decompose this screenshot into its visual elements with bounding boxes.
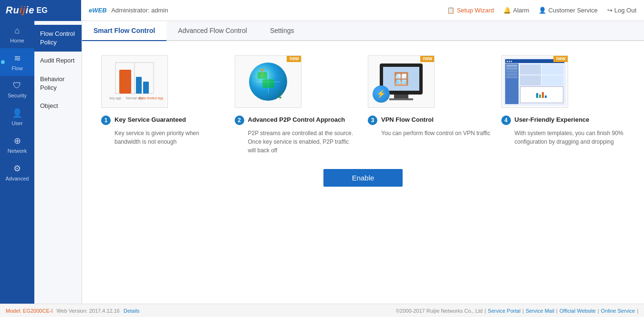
logo-text: Ruijie (6, 5, 34, 16)
feature-num-2: 2 (235, 116, 244, 125)
feature-num-3: 3 (368, 116, 377, 125)
customer-service-btn[interactable]: 👤 Customer Service (539, 7, 597, 14)
enable-button[interactable]: Enable (323, 169, 403, 187)
footer-online-service[interactable]: Online Service (601, 308, 635, 314)
sub-sidebar-item-object[interactable]: Object (34, 97, 82, 115)
footer-details-link[interactable]: Details (124, 308, 140, 314)
tab-settings[interactable]: Settings (259, 21, 306, 41)
user-icon: 👤 (12, 108, 22, 118)
home-icon: ⌂ (15, 26, 20, 36)
enable-btn-wrapper: Enable (101, 169, 625, 187)
sidebar-item-advanced[interactable]: ⚙ Advanced (0, 158, 34, 186)
monitor-screen: 🪟 (383, 67, 419, 91)
feature-desc-1: Key service is given priority when bandw… (101, 129, 225, 146)
footer-version: Web Version: 2017.4.12.16 (56, 308, 120, 314)
header: Ruijie EG eWEB Administrator: admin 📋 Se… (0, 0, 644, 21)
feature-num-4: 4 (501, 116, 511, 125)
svg-rect-3 (136, 77, 142, 94)
header-actions: 📋 Setup Wizard 🔔 Alarm 👤 Customer Servic… (447, 7, 636, 14)
feature-card-4: new ■ ■ ■ (501, 55, 625, 155)
footer-right: ©2000-2017 Ruijie Networks Co., Ltd | Se… (396, 308, 638, 314)
alarm-btn[interactable]: 🔔 Alarm (503, 7, 529, 14)
main-layout: ⌂ Home ≋ Flow 🛡 Security 👤 User ⊕ Networ… (0, 21, 644, 304)
eweb-info: eWEB Administrator: admin (89, 7, 447, 14)
monitor-stand (394, 95, 408, 98)
sidebar-item-flow[interactable]: ≋ Flow (0, 48, 34, 76)
setup-wizard-icon: 📋 (447, 7, 455, 14)
sub-sidebar-item-behavior-policy[interactable]: Behavior Policy (34, 70, 82, 97)
feature-title-1: 1 Key Service Guaranteed (101, 116, 186, 125)
footer-copyright: ©2000-2017 Ruijie Networks Co., Ltd (396, 308, 483, 314)
footer-official-website[interactable]: Official Website (560, 308, 596, 314)
sub-sidebar: Flow Control Policy Audit Report Behavio… (34, 21, 82, 304)
content-area: Smart Flow Control Advanced Flow Control… (82, 21, 644, 304)
feature-desc-3: You can perform flow control on VPN traf… (368, 129, 490, 137)
new-badge-3: new (420, 55, 435, 62)
card-image-1: Normal app key app Rate-limited App (101, 55, 168, 108)
tab-smart-flow[interactable]: Smart Flow Control (82, 21, 166, 41)
logout-icon: ↪ (607, 7, 613, 14)
flow-icon: ≋ (14, 53, 21, 63)
vpn-globe: ⚡ (373, 85, 390, 103)
sub-sidebar-item-audit-report[interactable]: Audit Report (34, 52, 82, 70)
advanced-icon: ⚙ (13, 163, 21, 174)
sidebar-label-flow: Flow (11, 65, 22, 71)
tabs: Smart Flow Control Advanced Flow Control… (82, 21, 644, 41)
sidebar-item-security[interactable]: 🛡 Security (0, 76, 34, 103)
network-icon: ⊕ (14, 136, 21, 146)
feature-cards: Normal app key app Rate-limited App 1 Ke… (101, 55, 625, 155)
chart-svg-1: Normal app key app Rate-limited App (106, 60, 163, 103)
setup-wizard-btn[interactable]: 📋 Setup Wizard (447, 7, 494, 14)
content-body: Normal app key app Rate-limited App 1 Ke… (82, 41, 644, 304)
tab-advanced-flow[interactable]: Advanced Flow Control (166, 21, 259, 41)
sidebar-label-security: Security (8, 93, 27, 98)
svg-rect-2 (119, 70, 131, 94)
sidebar-item-network[interactable]: ⊕ Network (0, 131, 34, 158)
feature-card-2: new ↑ (235, 55, 359, 155)
monitor-base (389, 98, 413, 100)
feature-title-4: 4 User-Friendly Experience (501, 116, 590, 125)
admin-info: Administrator: admin (111, 7, 168, 14)
feature-desc-4: With system templates, you can finish 90… (501, 129, 625, 146)
feature-title-2: 2 Advanced P2P Control Approach (235, 116, 345, 125)
feature-desc-2: P2P streams are controlled at the source… (235, 129, 359, 155)
svg-text:key app: key app (110, 96, 122, 100)
footer-model: Model: EG2000CE-I (6, 308, 52, 314)
sidebar-label-home: Home (10, 38, 24, 43)
footer: Model: EG2000CE-I Web Version: 2017.4.12… (0, 304, 644, 317)
footer-service-portal[interactable]: Service Portal (488, 308, 520, 314)
logo-area: Ruijie EG (0, 0, 81, 21)
sidebar-item-user[interactable]: 👤 User (0, 103, 34, 131)
footer-service-mail[interactable]: Service Mail (526, 308, 554, 314)
svg-rect-4 (143, 82, 149, 94)
feature-card-3: new 🪟 ⚡ 3 (368, 55, 492, 155)
card-image-4: new ■ ■ ■ (501, 55, 568, 108)
sidebar-label-user: User (11, 120, 22, 126)
feature-title-3: 3 VPN Flow Control (368, 116, 434, 125)
security-icon: 🛡 (13, 81, 21, 91)
logout-btn[interactable]: ↪ Log Out (607, 7, 636, 14)
active-indicator (1, 60, 5, 64)
sidebar-label-network: Network (8, 148, 27, 154)
sidebar-item-home[interactable]: ⌂ Home (0, 21, 34, 48)
sidebar-label-advanced: Advanced (6, 176, 29, 181)
alarm-icon: 🔔 (503, 7, 511, 14)
svg-text:Rate-limited App: Rate-limited App (139, 96, 163, 100)
sub-sidebar-item-flow-control-policy[interactable]: Flow Control Policy (34, 25, 82, 52)
new-badge-4: new (553, 55, 568, 62)
eweb-label: eWEB (89, 7, 107, 14)
feature-num-1: 1 (101, 116, 111, 125)
card-image-3: new 🪟 ⚡ (368, 55, 435, 108)
feature-card-1: Normal app key app Rate-limited App 1 Ke… (101, 55, 225, 155)
sidebar: ⌂ Home ≋ Flow 🛡 Security 👤 User ⊕ Networ… (0, 21, 34, 304)
customer-service-icon: 👤 (539, 7, 546, 14)
card-image-2: new ↑ (235, 55, 301, 108)
logo-eg: EG (36, 6, 47, 15)
